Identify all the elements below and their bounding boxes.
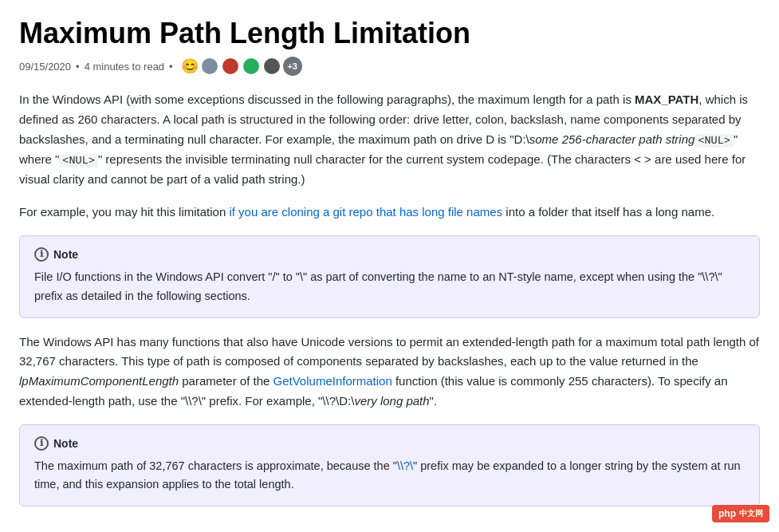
- note-2-text: The maximum path of 32,767 characters is…: [34, 457, 745, 495]
- note2-link[interactable]: \\?\: [397, 459, 413, 472]
- p3-link[interactable]: GetVolumeInformation: [273, 374, 392, 388]
- note-box-1: ℹ Note File I/O functions in the Windows…: [19, 235, 760, 318]
- avatar-count: +3: [283, 57, 302, 76]
- avatar-emoji: 😊: [181, 59, 199, 73]
- php-label: php: [718, 508, 736, 519]
- p3-italic: lpMaximumComponentLength: [19, 374, 179, 388]
- meta-separator2: •: [169, 61, 173, 73]
- page-title: Maximum Path Length Limitation: [19, 16, 760, 50]
- note-1-title: Note: [53, 248, 78, 261]
- avatar-1: [200, 57, 219, 76]
- php-badge: php 中文网: [712, 505, 769, 522]
- note-2-header: ℹ Note: [34, 436, 745, 451]
- p1-maxpath: MAX_PATH: [635, 93, 698, 106]
- meta-date: 09/15/2020: [19, 61, 71, 73]
- note-1-header: ℹ Note: [34, 247, 745, 262]
- p1-text-after: , which is defined as 260 characters. A …: [19, 93, 748, 186]
- paragraph-1: In the Windows API (with some exceptions…: [19, 90, 760, 190]
- meta-separator1: •: [76, 61, 80, 73]
- php-sublabel: 中文网: [739, 508, 763, 519]
- note-2-title: Note: [53, 437, 78, 450]
- paragraph-3: The Windows API has many functions that …: [19, 333, 760, 412]
- avatar-4: [262, 57, 281, 76]
- contributor-avatars: 😊 +3: [181, 57, 302, 76]
- article-meta: 09/15/2020 • 4 minutes to read • 😊 +3: [19, 57, 760, 76]
- note-box-2: ℹ Note The maximum path of 32,767 charac…: [19, 424, 760, 507]
- p1-text-before: In the Windows API (with some exceptions…: [19, 93, 635, 106]
- avatar-3: [242, 57, 261, 76]
- note-1-icon: ℹ: [34, 247, 49, 262]
- note-2-icon: ℹ: [34, 436, 49, 451]
- note-1-text: File I/O functions in the Windows API co…: [34, 268, 745, 306]
- meta-read-time: 4 minutes to read: [85, 61, 164, 73]
- paragraph-2: For example, you may hit this limitation…: [19, 203, 760, 223]
- avatar-2: [221, 57, 240, 76]
- p2-link[interactable]: if you are cloning a git repo that has l…: [229, 205, 502, 219]
